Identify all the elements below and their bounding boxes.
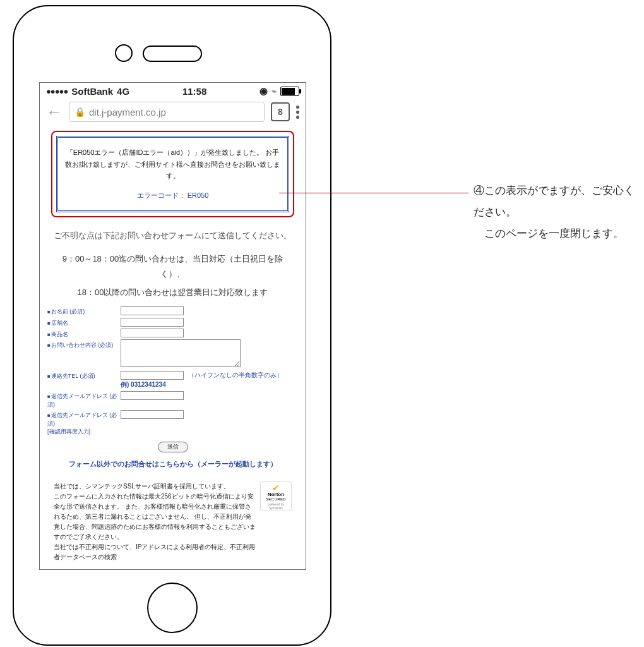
label-tel: 連絡先TEL (必須) <box>47 370 121 380</box>
phone-camera-icon <box>115 44 133 62</box>
tabs-button[interactable]: 8 <box>271 102 290 121</box>
lock-icon: 🔒 <box>75 107 85 117</box>
carrier-label: SoftBank <box>71 86 113 97</box>
ssl-notice-text: 当社では、シマンテックSSLサーバ証明書を採用しています。 このフォームに入力さ… <box>54 481 256 562</box>
error-highlight-box: 「ER050エラー（店舗IDエラー（aid））」が発生致しました。 お手数お掛け… <box>51 131 294 217</box>
input-inquiry[interactable] <box>121 339 241 367</box>
tel-example: 例) 0312341234 <box>121 381 166 388</box>
label-inquiry: お問い合わせ内容 (必須) <box>47 339 121 349</box>
browser-toolbar: ← 🔒 dit.j-payment.co.jp 8 <box>40 99 306 124</box>
annotation-line1: ④この表示がでますが、ご安心ください。 <box>474 180 644 223</box>
input-tel[interactable] <box>121 371 184 380</box>
norton-brand: Norton <box>262 492 290 497</box>
callout-line-icon <box>279 193 468 193</box>
home-button-icon <box>147 583 198 633</box>
url-text: dit.j-payment.co.jp <box>89 107 166 118</box>
input-email2[interactable] <box>121 410 184 419</box>
error-message: 「ER050エラー（店舗IDエラー（aid））」が発生致しました。 お手数お掛け… <box>64 147 281 182</box>
input-product[interactable] <box>121 329 184 337</box>
phone-frame: ●●●●● SoftBank 4G 11:58 ◉ ⌁ ← 🔒 dit.j-pa… <box>13 5 331 646</box>
input-email1[interactable] <box>121 391 184 400</box>
form-row-shop: 店舗名 <box>47 317 298 327</box>
network-label: 4G <box>117 86 129 97</box>
form-row-tel: 連絡先TEL (必須) （ハイフンなしの半角数字のみ） 例) 031234123… <box>47 370 298 389</box>
status-bar: ●●●●● SoftBank 4G 11:58 ◉ ⌁ <box>40 83 306 99</box>
bluetooth-icon: ⌁ <box>271 86 277 96</box>
menu-button[interactable] <box>296 106 299 119</box>
form-row-name: お名前 (必須) <box>47 306 298 316</box>
annotation-text: ④この表示がでますが、ご安心ください。 このページを一度閉じます。 <box>474 180 644 245</box>
submit-button[interactable]: 送信 <box>158 442 188 452</box>
norton-by: powered by Symantec <box>262 502 290 510</box>
mailer-link[interactable]: フォーム以外でのお問合せはこちらから（メーラーが起動します） <box>51 459 294 470</box>
form-row-inquiry: お問い合わせ内容 (必須) <box>47 339 298 369</box>
back-button[interactable]: ← <box>46 104 63 120</box>
norton-check-icon: ✔ <box>262 483 290 492</box>
error-code: エラーコード： ER050 <box>64 190 281 202</box>
label-email1: 返信先メールアドレス (必須) <box>47 390 121 408</box>
norton-badge-icon: ✔ Norton SECURED powered by Symantec <box>260 481 292 511</box>
hours-note-1: 9：00～18：00迄の問い合わせは、当日対応（土日祝日を除く）、 <box>51 251 294 281</box>
error-box: 「ER050エラー（店舗IDエラー（aid））」が発生致しました。 お手数お掛け… <box>56 136 289 212</box>
label-email2: 返信先メールアドレス (必須) [確認用再度入力] <box>47 409 121 435</box>
signal-dots-icon: ●●●●● <box>46 87 68 96</box>
phone-speaker-icon <box>143 45 202 62</box>
form-row-product: 商品名 <box>47 329 298 339</box>
alarm-icon: ◉ <box>259 85 268 97</box>
battery-icon <box>280 87 299 96</box>
page-content: 「ER050エラー（店舗IDエラー（aid））」が発生致しました。 お手数お掛け… <box>40 124 306 562</box>
url-bar[interactable]: 🔒 dit.j-payment.co.jp <box>69 102 265 122</box>
form-row-email2: 返信先メールアドレス (必須) [確認用再度入力] <box>47 409 298 435</box>
tel-format-note: （ハイフンなしの半角数字のみ） <box>188 372 283 378</box>
label-product: 商品名 <box>47 329 121 339</box>
tab-count: 8 <box>278 107 283 117</box>
clock-label: 11:58 <box>182 86 206 97</box>
input-name[interactable] <box>121 306 184 315</box>
ssl-notice: 当社では、シマンテックSSLサーバ証明書を採用しています。 このフォームに入力さ… <box>47 481 298 562</box>
contact-note: ご不明な点は下記お問い合わせフォームにて送信してください。 <box>51 229 294 243</box>
norton-secured: SECURED <box>262 497 290 501</box>
label-shop: 店舗名 <box>47 317 121 327</box>
label-name: お名前 (必須) <box>47 306 121 316</box>
inquiry-form: お名前 (必須) 店舗名 商品名 お問い合わせ内容 (必須) <box>47 306 298 469</box>
annotation-line2: このページを一度閉じます。 <box>474 223 644 245</box>
form-row-email1: 返信先メールアドレス (必須) <box>47 390 298 408</box>
hours-note-2: 18：00以降の問い合わせは翌営業日に対応致します <box>51 285 294 299</box>
input-shop[interactable] <box>121 318 184 327</box>
screen: ●●●●● SoftBank 4G 11:58 ◉ ⌁ ← 🔒 dit.j-pa… <box>39 82 306 570</box>
